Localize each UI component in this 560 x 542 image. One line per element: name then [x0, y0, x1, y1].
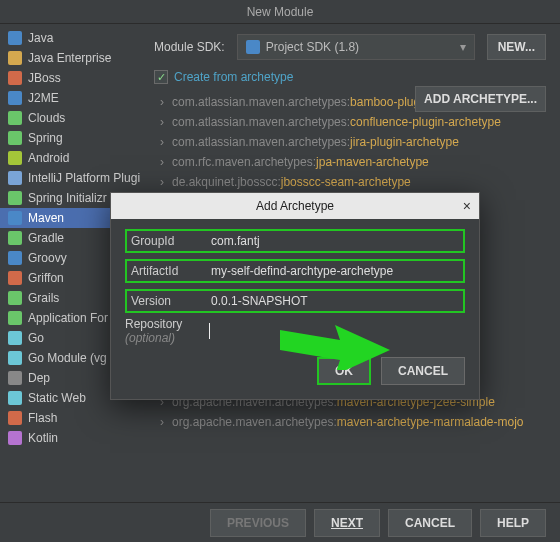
- next-button[interactable]: NEXT: [314, 509, 380, 537]
- archetype-row[interactable]: de.akquinet.jbosscc:jbosscc-seam-archety…: [154, 172, 546, 192]
- new-sdk-button[interactable]: NEW...: [487, 34, 546, 60]
- sidebar-item-label: JBoss: [28, 71, 61, 85]
- sdk-label: Module SDK:: [154, 40, 225, 54]
- module-type-icon: [8, 311, 22, 325]
- sidebar-item-spring[interactable]: Spring: [0, 128, 140, 148]
- version-label: Version: [131, 294, 211, 308]
- module-type-icon: [8, 231, 22, 245]
- archetype-row[interactable]: com.rfc.maven.archetypes:jpa-maven-arche…: [154, 152, 546, 172]
- module-type-icon: [8, 411, 22, 425]
- java-icon: [246, 40, 260, 54]
- groupid-value: com.fantj: [211, 234, 459, 248]
- module-type-icon: [8, 71, 22, 85]
- groupid-label: GroupId: [131, 234, 211, 248]
- module-type-icon: [8, 431, 22, 445]
- checkbox-label: Create from archetype: [174, 70, 293, 84]
- sidebar-item-label: Dep: [28, 371, 50, 385]
- bottom-bar: PREVIOUS NEXT CANCEL HELP: [0, 502, 560, 542]
- dialog-body: GroupId com.fantj ArtifactId my-self-def…: [111, 219, 479, 399]
- dialog-title-bar: Add Archetype ×: [111, 193, 479, 219]
- add-archetype-dialog: Add Archetype × GroupId com.fantj Artifa…: [110, 192, 480, 400]
- sidebar-item-jboss[interactable]: JBoss: [0, 68, 140, 88]
- module-type-icon: [8, 391, 22, 405]
- window-title: New Module: [0, 0, 560, 24]
- archetype-row[interactable]: com.atlassian.maven.archetypes:jira-plug…: [154, 132, 546, 152]
- sidebar-item-label: Gradle: [28, 231, 64, 245]
- module-type-icon: [8, 171, 22, 185]
- sidebar-item-label: J2ME: [28, 91, 59, 105]
- dialog-cancel-button[interactable]: CANCEL: [381, 357, 465, 385]
- sidebar-item-label: Spring Initializr: [28, 191, 107, 205]
- sidebar-item-label: Groovy: [28, 251, 67, 265]
- archetype-row[interactable]: com.atlassian.maven.archetypes:confluenc…: [154, 112, 546, 132]
- repository-optional-hint: (optional): [125, 331, 175, 345]
- artifactid-label: ArtifactId: [131, 264, 211, 278]
- module-type-icon: [8, 131, 22, 145]
- previous-button: PREVIOUS: [210, 509, 306, 537]
- add-archetype-button[interactable]: ADD ARCHETYPE...: [415, 86, 546, 112]
- dialog-buttons: OK CANCEL: [125, 357, 465, 385]
- archetype-row[interactable]: org.apache.maven.archetypes:maven-archet…: [154, 412, 546, 432]
- module-type-icon: [8, 151, 22, 165]
- sidebar-item-label: Android: [28, 151, 69, 165]
- module-type-icon: [8, 331, 22, 345]
- sidebar-item-label: Spring: [28, 131, 63, 145]
- module-type-icon: [8, 351, 22, 365]
- artifactid-value: my-self-defind-archtype-archetype: [211, 264, 459, 278]
- sidebar-item-label: Clouds: [28, 111, 65, 125]
- help-button[interactable]: HELP: [480, 509, 546, 537]
- cancel-button[interactable]: CANCEL: [388, 509, 472, 537]
- module-type-icon: [8, 51, 22, 65]
- sidebar-item-java-enterprise[interactable]: Java Enterprise: [0, 48, 140, 68]
- sidebar-item-label: Application For: [28, 311, 108, 325]
- sidebar-item-label: Java Enterprise: [28, 51, 111, 65]
- module-type-icon: [8, 291, 22, 305]
- sdk-row: Module SDK: Project SDK (1.8) ▾ NEW...: [154, 34, 546, 60]
- version-field[interactable]: Version 0.0.1-SNAPSHOT: [125, 289, 465, 313]
- sidebar-item-flash[interactable]: Flash: [0, 408, 140, 428]
- sidebar-item-kotlin[interactable]: Kotlin: [0, 428, 140, 448]
- sidebar-item-label: Griffon: [28, 271, 64, 285]
- module-type-icon: [8, 191, 22, 205]
- sdk-value: Project SDK (1.8): [266, 40, 359, 54]
- sidebar-item-java[interactable]: Java: [0, 28, 140, 48]
- sidebar-item-clouds[interactable]: Clouds: [0, 108, 140, 128]
- module-type-icon: [8, 31, 22, 45]
- sidebar-item-label: Go Module (vg: [28, 351, 107, 365]
- sidebar-item-label: Static Web: [28, 391, 86, 405]
- ok-button[interactable]: OK: [317, 357, 371, 385]
- sidebar-item-label: Kotlin: [28, 431, 58, 445]
- module-type-icon: [8, 111, 22, 125]
- version-value: 0.0.1-SNAPSHOT: [211, 294, 459, 308]
- groupid-field[interactable]: GroupId com.fantj: [125, 229, 465, 253]
- module-type-icon: [8, 91, 22, 105]
- sidebar-item-intellij-platform-plugin[interactable]: IntelliJ Platform Plugin: [0, 168, 140, 188]
- sidebar-item-label: Grails: [28, 291, 59, 305]
- checkbox-row: ✓ Create from archetype: [154, 70, 546, 84]
- module-type-icon: [8, 371, 22, 385]
- artifactid-field[interactable]: ArtifactId my-self-defind-archtype-arche…: [125, 259, 465, 283]
- close-icon[interactable]: ×: [463, 198, 471, 214]
- repository-label: Repository: [125, 317, 182, 331]
- repository-field[interactable]: Repository (optional): [125, 319, 465, 343]
- create-from-archetype-checkbox[interactable]: ✓: [154, 70, 168, 84]
- sidebar-item-label: Flash: [28, 411, 57, 425]
- module-type-icon: [8, 271, 22, 285]
- sidebar-item-j2me[interactable]: J2ME: [0, 88, 140, 108]
- sdk-dropdown[interactable]: Project SDK (1.8) ▾: [237, 34, 475, 60]
- dialog-title: Add Archetype: [256, 199, 334, 213]
- sidebar-item-android[interactable]: Android: [0, 148, 140, 168]
- sidebar-item-label: Maven: [28, 211, 64, 225]
- repository-value: [205, 323, 465, 339]
- module-type-icon: [8, 211, 22, 225]
- sidebar-item-label: Java: [28, 31, 53, 45]
- chevron-down-icon: ▾: [460, 40, 466, 54]
- module-type-icon: [8, 251, 22, 265]
- sidebar-item-label: IntelliJ Platform Plugin: [28, 171, 140, 185]
- sidebar-item-label: Go: [28, 331, 44, 345]
